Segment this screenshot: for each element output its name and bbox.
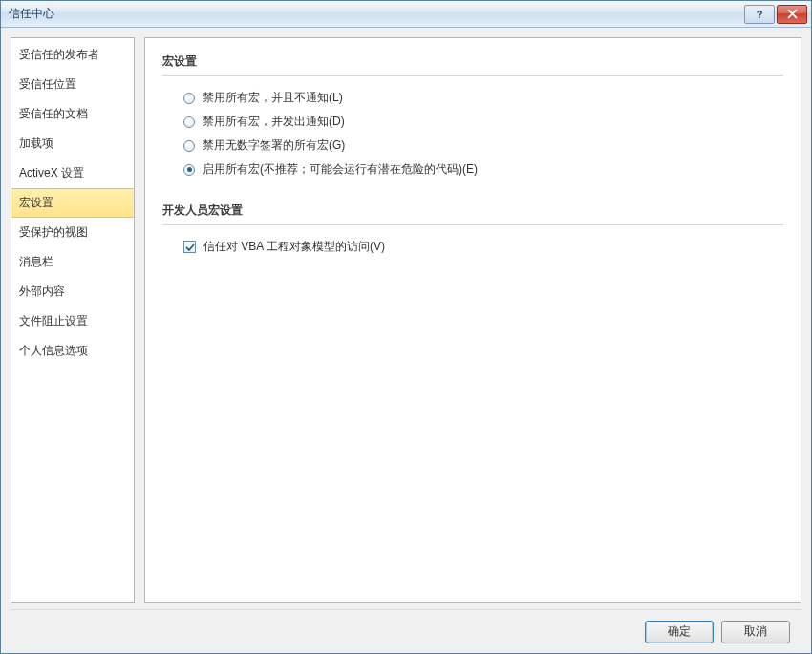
dialog-footer: 确定 取消	[11, 609, 801, 653]
radio-label: 禁用无数字签署的所有宏(G)	[203, 137, 345, 154]
sidebar-item-trusted-locations[interactable]: 受信任位置	[11, 70, 134, 99]
section-developer-title: 开发人员宏设置	[162, 199, 783, 225]
main-panel: 宏设置 禁用所有宏，并且不通知(L) 禁用所有宏，并发出通知(D) 禁用无数字签…	[144, 37, 801, 603]
sidebar-item-external-content[interactable]: 外部内容	[11, 277, 134, 306]
radio-icon	[183, 164, 195, 176]
radio-icon	[183, 93, 195, 104]
check-icon	[185, 243, 195, 252]
window-title: 信任中心	[9, 6, 744, 22]
radio-label: 禁用所有宏，并且不通知(L)	[203, 90, 343, 106]
client-area: 受信任的发布者 受信任位置 受信任的文档 加载项 ActiveX 设置 宏设置 …	[1, 28, 811, 653]
checkbox-label: 信任对 VBA 工程对象模型的访问(V)	[203, 239, 385, 255]
ok-button[interactable]: 确定	[645, 621, 714, 643]
close-icon	[787, 9, 798, 19]
cancel-button[interactable]: 取消	[721, 621, 790, 643]
radio-icon	[183, 116, 195, 128]
sidebar-item-message-bar[interactable]: 消息栏	[11, 247, 134, 277]
body-area: 受信任的发布者 受信任位置 受信任的文档 加载项 ActiveX 设置 宏设置 …	[11, 37, 801, 603]
checkbox-trust-vba-model[interactable]: 信任对 VBA 工程对象模型的访问(V)	[162, 235, 783, 259]
titlebar[interactable]: 信任中心 ?	[1, 1, 811, 28]
radio-icon	[183, 140, 195, 152]
radio-disable-no-notify[interactable]: 禁用所有宏，并且不通知(L)	[162, 86, 783, 110]
radio-disable-notify[interactable]: 禁用所有宏，并发出通知(D)	[162, 110, 783, 134]
dialog-window: 信任中心 ? 受信任的发布者 受信任位置 受信任的文档 加载项 ActiveX …	[0, 0, 812, 654]
radio-label: 启用所有宏(不推荐；可能会运行有潜在危险的代码)(E)	[203, 161, 478, 178]
sidebar: 受信任的发布者 受信任位置 受信任的文档 加载项 ActiveX 设置 宏设置 …	[11, 37, 135, 603]
help-button[interactable]: ?	[744, 5, 775, 24]
radio-enable-all[interactable]: 启用所有宏(不推荐；可能会运行有潜在危险的代码)(E)	[162, 158, 783, 181]
sidebar-item-addins[interactable]: 加载项	[11, 129, 134, 158]
radio-disable-unsigned[interactable]: 禁用无数字签署的所有宏(G)	[162, 134, 783, 158]
sidebar-item-file-block[interactable]: 文件阻止设置	[11, 306, 134, 336]
sidebar-item-activex-settings[interactable]: ActiveX 设置	[11, 158, 134, 188]
checkbox-icon	[183, 241, 196, 253]
close-button[interactable]	[777, 5, 807, 24]
sidebar-item-trusted-publishers[interactable]: 受信任的发布者	[11, 40, 134, 70]
sidebar-item-macro-settings[interactable]: 宏设置	[11, 188, 134, 218]
sidebar-item-trusted-documents[interactable]: 受信任的文档	[11, 99, 134, 129]
sidebar-item-privacy-options[interactable]: 个人信息选项	[11, 336, 134, 366]
radio-label: 禁用所有宏，并发出通知(D)	[203, 114, 345, 130]
section-macro-settings-title: 宏设置	[162, 50, 783, 76]
sidebar-item-protected-view[interactable]: 受保护的视图	[11, 218, 134, 247]
window-buttons: ?	[744, 5, 807, 24]
